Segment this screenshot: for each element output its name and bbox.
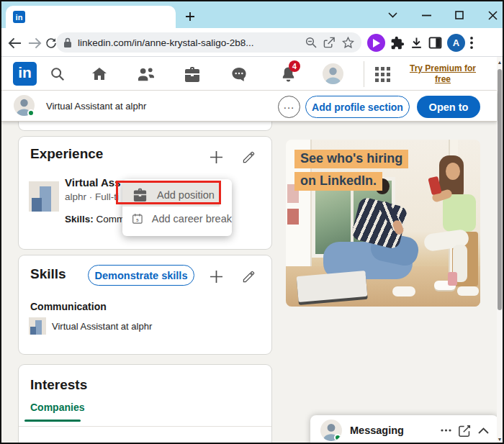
ad-headline-line1: See who's hiring [294,150,408,168]
tab-companies[interactable]: Companies [30,402,84,413]
menu-item-add-career-break[interactable]: 5 Add career break [122,207,232,230]
active-tab-underline [24,420,81,422]
interests-card: Interests Companies [19,365,271,444]
browser-window: in linkedin.com/in/anne- [0,0,504,444]
more-button[interactable]: ... [278,96,300,118]
divider [19,426,271,427]
star-icon[interactable] [342,37,354,48]
demonstrate-skills-button[interactable]: Demonstrate skills [88,265,194,286]
puzzle-icon[interactable] [390,36,405,50]
notification-badge: 4 [289,60,300,72]
briefcase-icon [132,188,148,201]
pencil-icon [242,150,256,164]
play-extension-icon [373,39,380,47]
browser-profile-avatar[interactable]: A [447,34,465,52]
menu-dots-icon[interactable] [470,37,473,49]
close-icon [488,11,498,20]
linkedin-logo[interactable]: in [13,62,37,86]
add-experience-menu: Add position 5 Add career break [122,179,232,236]
split-square-icon[interactable] [428,36,442,50]
minimize-button[interactable] [418,7,435,23]
apps-grid-button[interactable] [372,64,392,84]
menu-item-add-position[interactable]: Add position [122,183,220,207]
ellipsis-icon [441,429,451,432]
linkedin-navbar: in 4 Try Premium for free [1,57,497,91]
grid-icon [375,67,390,82]
plus-icon [210,270,223,284]
company-logo-small [29,317,46,335]
add-skill-button[interactable] [205,266,227,287]
notifications-button[interactable]: 4 [278,64,298,84]
experience-title: Experience [30,146,103,162]
ad-wall-art [287,209,299,225]
company-logo[interactable] [29,181,59,212]
previous-card-bottom [19,122,271,130]
messaging-nav-button[interactable] [229,64,249,84]
job-title[interactable]: Virtual Ass [65,176,121,189]
extensions-row: A [367,34,473,52]
new-tab-icon [185,12,195,22]
new-tab-button[interactable] [181,8,199,25]
browser-toolbar: linkedin.com/in/anne-krystal-saligo-2b8.… [1,28,503,57]
pencil-icon [242,270,256,284]
home-icon [91,65,108,83]
play-extension-button[interactable] [367,34,385,52]
maximize-icon [455,11,464,19]
back-icon [8,37,22,49]
job-company-line: alphr · Full-ti [65,191,119,202]
add-profile-section-button[interactable]: Add profile section [305,96,410,118]
compose-icon [459,425,471,437]
skill-name[interactable]: Communication [30,301,107,312]
presence-indicator [27,109,35,117]
maximize-button[interactable] [451,7,468,23]
ad-candle [448,272,457,286]
ad-woman1-shoe [392,286,415,296]
close-button[interactable] [484,7,501,23]
forward-icon [28,37,42,49]
page-content: Experience Virtual Ass alphr · Full-ti S… [1,122,497,444]
scroll-up-icon[interactable]: ▲ [497,58,503,65]
edit-skills-button[interactable] [238,266,259,287]
browser-tab[interactable]: in [6,6,176,28]
url-text: linkedin.com/in/anne-krystal-saligo-2b8.… [78,37,299,48]
expand-messaging-button[interactable] [474,421,492,440]
add-experience-button[interactable] [205,146,227,168]
ad-banner[interactable]: See who's hiring on LinkedIn. [286,140,480,307]
svg-text:5: 5 [136,217,139,222]
chevron-up-icon [478,427,489,434]
zoom-icon[interactable] [305,37,317,48]
jobs-icon [184,66,201,82]
scroll-down-icon[interactable]: ▼ [497,435,503,443]
network-button[interactable] [135,64,156,84]
download-icon[interactable] [410,36,423,50]
nav-profile-avatar[interactable] [323,63,343,84]
back-button[interactable] [5,34,24,53]
ad-woman2-face [446,163,460,180]
person-icon [323,63,343,84]
messaging-panel[interactable]: Messaging [310,415,498,444]
messaging-title: Messaging [350,425,436,436]
scrollbar-thumb[interactable] [498,69,502,310]
minimize-icon [422,14,431,17]
jobs-button[interactable] [182,64,202,84]
compose-button[interactable] [455,421,474,440]
address-bar[interactable]: linkedin.com/in/anne-krystal-saligo-2b8.… [56,32,361,53]
search-button[interactable] [48,64,68,84]
profile-sticky-bar: Virtual Assistant at alphr ... Add profi… [1,91,497,122]
share-icon[interactable] [323,37,336,48]
linkedin-favicon: in [13,11,25,23]
tab-search-icon [388,12,397,18]
ad-woman2-top [443,194,476,232]
plus-icon [210,150,223,164]
tab-strip: in [1,1,503,28]
presence-indicator [334,434,341,441]
edit-experience-button[interactable] [238,146,259,168]
open-to-button[interactable]: Open to [417,96,480,118]
messaging-more-button[interactable] [436,421,455,440]
try-premium-link[interactable]: Try Premium for free [408,63,478,85]
page-scrollbar[interactable]: ▲ ▼ [497,57,503,444]
home-button[interactable] [89,64,109,84]
skill-detail: Virtual Assistant at alphr [52,321,152,332]
tab-search-button[interactable] [384,7,401,23]
messaging-avatar [320,420,342,441]
